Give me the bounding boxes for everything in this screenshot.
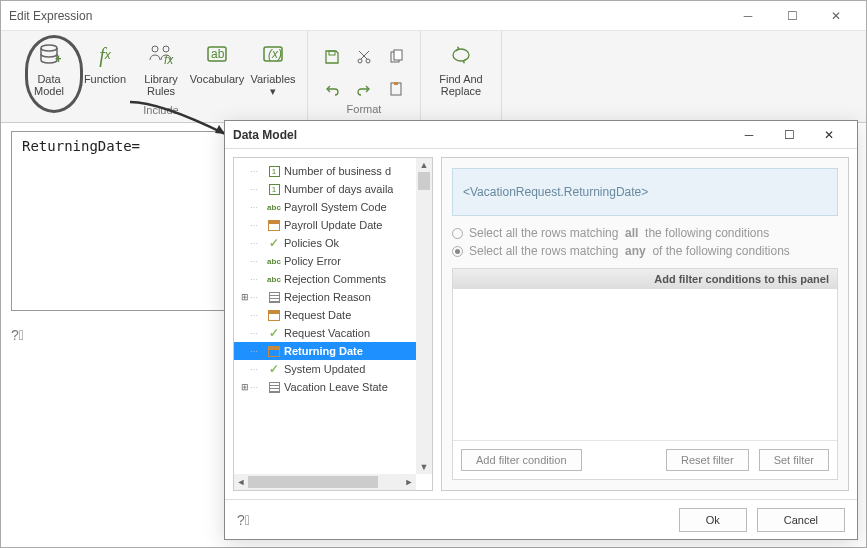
tree-item[interactable]: ⊞⋯Rejection Reason	[234, 288, 432, 306]
text-icon: abc	[267, 257, 281, 266]
filter-mode-group: Select all the rows matching all the fol…	[452, 226, 838, 258]
data-model-dialog: Data Model ─ ☐ ✕ ⋯1Number of business d⋯…	[224, 120, 858, 540]
tree-item[interactable]: ⊞⋯Vacation Leave State	[234, 378, 432, 396]
tree-label: Vacation Leave State	[284, 381, 388, 393]
tree-label: Number of days availa	[284, 183, 393, 195]
radio-match-all[interactable]: Select all the rows matching all the fol…	[452, 226, 838, 240]
tree-scroll[interactable]: ⋯1Number of business d⋯1Number of days a…	[234, 158, 432, 490]
cancel-button[interactable]: Cancel	[757, 508, 845, 532]
number-icon: 1	[269, 184, 280, 195]
tree-label: Rejection Comments	[284, 273, 386, 285]
scroll-up-icon[interactable]: ▲	[416, 158, 432, 172]
scroll-left-icon[interactable]: ◄	[234, 474, 248, 490]
tree-expander[interactable]: ⊞	[240, 292, 250, 302]
tree-item[interactable]: ⋯1Number of days availa	[234, 180, 432, 198]
ribbon-label: Data Model	[34, 73, 64, 97]
ribbon-group-format: Format	[347, 103, 382, 117]
vocabulary-icon: ab	[203, 41, 231, 69]
calendar-icon	[268, 310, 280, 321]
cut-icon[interactable]	[350, 43, 378, 71]
tree-label: Rejection Reason	[284, 291, 371, 303]
ribbon-find-replace[interactable]: Find And Replace	[431, 35, 491, 104]
tree-item[interactable]: ⋯Returning Date	[234, 342, 432, 360]
save-icon[interactable]	[318, 43, 346, 71]
radio-match-any[interactable]: Select all the rows matching any of the …	[452, 244, 838, 258]
modal-title: Data Model	[233, 128, 729, 142]
variables-icon: (x)	[259, 41, 287, 69]
filter-panel: Add filter conditions to this panel Add …	[452, 268, 838, 480]
add-filter-condition-button[interactable]: Add filter condition	[461, 449, 582, 471]
tree-expander[interactable]: ⊞	[240, 382, 250, 392]
ribbon-data-model[interactable]: + Data Model	[21, 35, 77, 104]
tree-item[interactable]: ⋯Request Date	[234, 306, 432, 324]
tree-label: Policies Ok	[284, 237, 339, 249]
ribbon: + Data Model fx Function fx Library Rule…	[1, 31, 866, 123]
ribbon-library-rules[interactable]: fx Library Rules	[133, 35, 189, 104]
modal-footer: ?⃝ Ok Cancel	[225, 499, 857, 539]
ribbon-vocabulary[interactable]: ab Vocabulary	[189, 35, 245, 104]
svg-point-10	[358, 59, 362, 63]
tree-item[interactable]: ⋯Payroll Update Date	[234, 216, 432, 234]
maximize-button[interactable]: ☐	[770, 2, 814, 30]
tree-item[interactable]: ⋯✓Request Vacation	[234, 324, 432, 342]
undo-icon[interactable]	[318, 75, 346, 103]
text-icon: abc	[267, 203, 281, 212]
tree-item[interactable]: ⋯abcRejection Comments	[234, 270, 432, 288]
ok-button[interactable]: Ok	[679, 508, 747, 532]
tree-label: Payroll Update Date	[284, 219, 382, 231]
reset-filter-button[interactable]: Reset filter	[666, 449, 749, 471]
paste-icon[interactable]	[382, 75, 410, 103]
tree-label: Returning Date	[284, 345, 363, 357]
number-icon: 1	[269, 166, 280, 177]
tree-item[interactable]: ⋯abcPolicy Error	[234, 252, 432, 270]
calendar-icon	[268, 346, 280, 357]
svg-point-0	[41, 45, 57, 51]
radio-icon	[452, 246, 463, 257]
window-title: Edit Expression	[9, 9, 726, 23]
tree-item[interactable]: ⋯✓Policies Ok	[234, 234, 432, 252]
text-icon: abc	[267, 275, 281, 284]
tree-item[interactable]: ⋯abcPayroll System Code	[234, 198, 432, 216]
tree-label: System Updated	[284, 363, 365, 375]
svg-text:fx: fx	[164, 53, 174, 66]
svg-text:+: +	[55, 52, 61, 66]
scroll-thumb[interactable]	[418, 172, 430, 190]
minimize-button[interactable]: ─	[726, 2, 770, 30]
ribbon-label: Library Rules	[144, 73, 178, 97]
help-icon[interactable]: ?⃝	[237, 512, 250, 528]
ribbon-label: Vocabulary	[190, 73, 244, 85]
detail-panel: <VacationRequest.ReturningDate> Select a…	[441, 157, 849, 491]
help-icon[interactable]: ?⃝	[11, 327, 24, 343]
find-replace-icon	[447, 41, 475, 69]
tree-label: Number of business d	[284, 165, 391, 177]
titlebar: Edit Expression ─ ☐ ✕	[1, 1, 866, 31]
tree-item[interactable]: ⋯✓System Updated	[234, 360, 432, 378]
svg-point-3	[163, 46, 169, 52]
redo-icon[interactable]	[350, 75, 378, 103]
svg-point-2	[152, 46, 158, 52]
horizontal-scrollbar[interactable]: ◄ ►	[234, 474, 416, 490]
modal-minimize-button[interactable]: ─	[729, 123, 769, 147]
svg-rect-15	[394, 82, 398, 85]
scroll-right-icon[interactable]: ►	[402, 474, 416, 490]
check-icon: ✓	[269, 236, 279, 250]
function-icon: fx	[91, 41, 119, 69]
ribbon-group-include: Include	[143, 104, 178, 118]
vertical-scrollbar[interactable]: ▲ ▼	[416, 158, 432, 474]
scroll-thumb[interactable]	[248, 476, 378, 488]
copy-icon[interactable]	[382, 43, 410, 71]
modal-close-button[interactable]: ✕	[809, 123, 849, 147]
expression-preview: <VacationRequest.ReturningDate>	[452, 168, 838, 216]
check-icon: ✓	[269, 326, 279, 340]
set-filter-button[interactable]: Set filter	[759, 449, 829, 471]
ribbon-label: Find And Replace	[439, 73, 482, 97]
library-icon: fx	[147, 41, 175, 69]
tree-item[interactable]: ⋯1Number of business d	[234, 162, 432, 180]
check-icon: ✓	[269, 362, 279, 376]
ribbon-function[interactable]: fx Function	[77, 35, 133, 104]
scroll-down-icon[interactable]: ▼	[416, 460, 432, 474]
ribbon-variables[interactable]: (x) Variables ▾	[245, 35, 301, 104]
filter-panel-body	[453, 289, 837, 440]
modal-maximize-button[interactable]: ☐	[769, 123, 809, 147]
close-button[interactable]: ✕	[814, 2, 858, 30]
